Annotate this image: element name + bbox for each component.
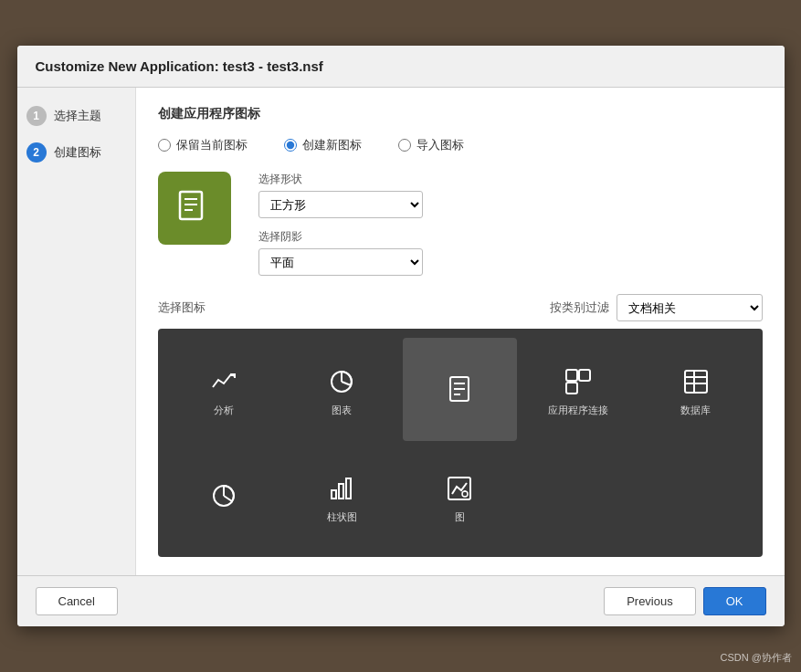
radio-keep-input[interactable] [158, 139, 171, 152]
icon-cell-chart[interactable]: 图表 [285, 338, 399, 441]
icon-preview [158, 172, 231, 245]
radio-create-input[interactable] [284, 139, 297, 152]
icon-grid-section: 选择图标 按类别过滤 文档相关 全部 分析 图表 [158, 294, 763, 557]
icon-cell-app-connect[interactable]: 应用程序连接 [521, 338, 635, 441]
main-content: 创建应用程序图标 保留当前图标 创建新图标 导入图标 [136, 88, 785, 575]
database-icon [680, 365, 712, 398]
icon-cell-pie-chart[interactable] [167, 445, 281, 548]
radio-create-label: 创建新图标 [302, 137, 362, 153]
svg-line-22 [224, 496, 232, 501]
dialog-title: Customize New Application: test3 - test3… [17, 46, 785, 88]
shape-select[interactable]: 正方形 圆形 圆角矩形 [258, 191, 423, 218]
radio-import-input[interactable] [398, 139, 411, 152]
step-label-2: 创建图标 [54, 144, 101, 161]
svg-rect-13 [566, 383, 577, 394]
diagram-icon [443, 472, 476, 505]
app-connect-label: 应用程序连接 [548, 404, 608, 417]
dialog: Customize New Application: test3 - test3… [17, 46, 785, 626]
filter-area: 按类别过滤 文档相关 全部 分析 图表 [550, 294, 763, 321]
analytics-icon [207, 365, 240, 398]
filter-select[interactable]: 文档相关 全部 分析 图表 [617, 294, 763, 321]
form-fields: 选择形状 正方形 圆形 圆角矩形 选择阴影 平面 浅色 深色 [258, 172, 423, 276]
watermark: CSDN @协作者 [721, 651, 792, 665]
icon-cell-database[interactable]: 数据库 [638, 338, 753, 441]
preview-icon-svg [174, 188, 215, 228]
radio-keep-label: 保留当前图标 [176, 137, 248, 153]
analytics-label: 分析 [214, 404, 234, 417]
icon-cell-bar-chart[interactable]: 柱状图 [285, 445, 399, 548]
icon-grid: 分析 图表 [158, 329, 763, 557]
svg-rect-23 [332, 490, 336, 499]
sidebar: 1 选择主题 2 创建图标 [17, 88, 136, 575]
icon-cell-diagram[interactable]: 图 [403, 445, 517, 548]
step-label-1: 选择主题 [54, 108, 101, 124]
diagram-label: 图 [455, 510, 465, 524]
svg-line-6 [342, 382, 351, 385]
bar-chart-label: 柱状图 [327, 510, 357, 524]
shadow-field: 选择阴影 平面 浅色 深色 [258, 229, 423, 276]
sidebar-step-2[interactable]: 2 创建图标 [26, 142, 126, 163]
database-label: 数据库 [680, 404, 711, 417]
cancel-button[interactable]: Cancel [36, 587, 118, 615]
icon-grid-label: 选择图标 [158, 299, 206, 316]
chart-icon [325, 365, 358, 398]
pie-chart-icon [207, 479, 240, 512]
dialog-footer: Cancel Previous OK [17, 575, 785, 626]
bar-chart-icon [325, 472, 358, 505]
chart-label: 图表 [332, 404, 352, 417]
radio-keep[interactable]: 保留当前图标 [158, 137, 248, 153]
icon-cell-analytics[interactable]: 分析 [167, 338, 281, 441]
svg-rect-16 [685, 371, 707, 393]
svg-rect-12 [579, 370, 590, 381]
document-icon [443, 373, 476, 405]
svg-rect-11 [566, 370, 577, 381]
radio-row: 保留当前图标 创建新图标 导入图标 [158, 137, 763, 153]
shadow-select[interactable]: 平面 浅色 深色 [258, 248, 423, 276]
radio-create[interactable]: 创建新图标 [284, 137, 362, 153]
footer-right-buttons: Previous OK [604, 587, 765, 615]
shadow-label: 选择阴影 [258, 229, 423, 245]
dialog-body: 1 选择主题 2 创建图标 创建应用程序图标 保留当前图标 创建新图标 [17, 88, 785, 575]
svg-rect-24 [339, 484, 343, 499]
section-title: 创建应用程序图标 [158, 106, 763, 122]
ok-button[interactable]: OK [703, 587, 766, 615]
filter-label: 按类别过滤 [550, 299, 609, 316]
svg-rect-25 [346, 478, 351, 499]
sidebar-step-1[interactable]: 1 选择主题 [26, 106, 126, 126]
step-number-2: 2 [26, 142, 47, 163]
step-number-1: 1 [26, 106, 47, 126]
shape-field: 选择形状 正方形 圆形 圆角矩形 [258, 172, 423, 218]
app-connect-icon [562, 365, 595, 398]
icon-grid-header: 选择图标 按类别过滤 文档相关 全部 分析 图表 [158, 294, 763, 321]
icon-cell-document[interactable] [403, 338, 517, 441]
form-area: 选择形状 正方形 圆形 圆角矩形 选择阴影 平面 浅色 深色 [158, 172, 763, 276]
radio-import-label: 导入图标 [416, 137, 464, 153]
previous-button[interactable]: Previous [604, 587, 696, 615]
shape-label: 选择形状 [258, 172, 423, 187]
radio-import[interactable]: 导入图标 [398, 137, 464, 153]
